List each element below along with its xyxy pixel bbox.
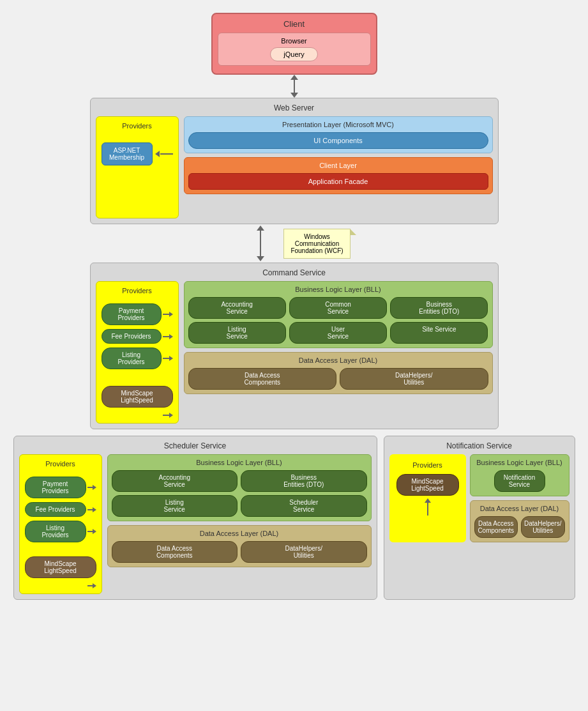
- aspnet-arrow-head: [155, 151, 160, 157]
- mindscape-lightspeed-btn-cmd: MindScapeLightSpeed: [102, 386, 173, 408]
- client-to-webserver-arrow: [290, 75, 298, 98]
- notification-providers-col: Providers MindScapeLightSpeed: [389, 454, 466, 542]
- data-access-components-btn-notif: Data AccessComponents: [474, 516, 518, 538]
- scheduler-service-title: Scheduler Service: [19, 441, 372, 450]
- data-helpers-btn-sched: DataHelpers/Utilities: [241, 541, 367, 563]
- notification-bll-dal-col: Business Logic Layer (BLL) NotificationS…: [470, 454, 569, 542]
- notification-bll-title: Business Logic Layer (BLL): [474, 459, 565, 466]
- command-service-title: Command Service: [96, 268, 493, 277]
- payment-arrow-head: [169, 312, 173, 317]
- mindscape-arrow-head-sched: [93, 583, 96, 588]
- aspnet-box: ASP.NET Membership: [102, 142, 153, 165]
- scheduler-providers-col: Providers PaymentProviders Fee Providers: [19, 454, 102, 594]
- notification-service-title: Notification Service: [389, 441, 569, 450]
- mindscape-arrow-line-cmd: [163, 415, 169, 416]
- client-box: Client Browser jQuery: [211, 13, 377, 75]
- web-providers-box: Providers ASP.NET Membership: [96, 116, 179, 218]
- scheduler-providers-title: Providers: [25, 460, 96, 468]
- presentation-layer: Presentation Layer (Microsoft MVC) UI Co…: [184, 116, 493, 153]
- notification-providers-title: Providers: [396, 461, 459, 469]
- jquery-label: jQuery: [283, 50, 304, 58]
- command-bll-dal-col: Business Logic Layer (BLL) AccountingSer…: [184, 281, 493, 424]
- listing-providers-btn-sched: ListingProviders: [25, 521, 86, 542]
- client-layer-title: Client Layer: [188, 162, 488, 169]
- fee-arrow-head-sched: [93, 507, 96, 512]
- user-service-btn-cmd: UserService: [289, 322, 387, 344]
- web-server-box: Web Server Providers ASP.NET Membership …: [90, 98, 499, 224]
- command-providers-title: Providers: [102, 287, 173, 294]
- notification-bll-grid: NotificationService: [474, 470, 565, 492]
- payment-arrow-head-sched: [93, 485, 96, 490]
- payment-arrow-line-sched: [87, 487, 93, 488]
- fee-arrow-line: [163, 336, 169, 337]
- aspnet-arrow-line: [160, 153, 173, 155]
- mindscape-arrow-line-sched: [87, 585, 93, 586]
- wcf-label: Windows Communication Foundation (WCF): [290, 233, 343, 254]
- scheduler-service-box: Scheduler Service Providers PaymentProvi…: [13, 436, 377, 600]
- ui-components-label: UI Components: [313, 137, 362, 144]
- app-facade-label: Application Facade: [308, 178, 368, 185]
- browser-label: Browser: [222, 37, 366, 45]
- scheduler-service-btn-sched: SchedulerService: [241, 495, 367, 517]
- payment-arrow-line: [163, 314, 169, 315]
- payment-providers-btn: PaymentProviders: [102, 303, 162, 325]
- notification-dal-box: Data Access Layer (DAL) Data AccessCompo…: [470, 500, 569, 542]
- jquery-box: jQuery: [270, 47, 317, 61]
- notification-service-btn-notif: NotificationService: [494, 470, 545, 492]
- listing-service-btn-cmd: ListingService: [188, 322, 286, 344]
- web-server-title: Web Server: [96, 103, 493, 112]
- scheduler-bll-title: Business Logic Layer (BLL): [112, 459, 367, 466]
- scheduler-dal-grid: Data AccessComponents DataHelpers/Utilit…: [112, 541, 367, 563]
- command-dal-title: Data Access Layer (DAL): [188, 356, 488, 364]
- data-access-components-btn-sched: Data AccessComponents: [112, 541, 238, 563]
- command-service-box: Command Service Providers PaymentProvide…: [90, 263, 499, 429]
- mindscape-arrow-head-cmd: [169, 413, 173, 418]
- notification-dal-title: Data Access Layer (DAL): [474, 505, 565, 512]
- browser-box: Browser jQuery: [218, 33, 371, 66]
- client-title: Client: [218, 19, 371, 29]
- scheduler-dal-title: Data Access Layer (DAL): [112, 530, 367, 537]
- mindscape-lightspeed-btn-notif: MindScapeLightSpeed: [396, 474, 459, 496]
- listing-arrow-head: [169, 356, 173, 361]
- scheduler-bll-dal-col: Business Logic Layer (BLL) AccountingSer…: [107, 454, 372, 594]
- listing-service-btn-sched: ListingService: [112, 495, 238, 517]
- listing-arrow-line: [163, 358, 169, 359]
- presentation-title: Presentation Layer (Microsoft MVC): [188, 121, 488, 128]
- webserver-to-command-arrow: [257, 226, 264, 261]
- accounting-service-btn-sched: AccountingService: [112, 470, 238, 492]
- scheduler-bll-grid: AccountingService BusinessEntities (DTO)…: [112, 470, 367, 517]
- command-bll-title: Business Logic Layer (BLL): [188, 286, 488, 293]
- business-entities-btn-cmd: BusinessEntities (DTO): [390, 297, 488, 319]
- accounting-service-btn-cmd: AccountingService: [188, 297, 286, 319]
- site-service-btn-cmd: Site Service: [390, 322, 488, 344]
- fee-providers-btn: Fee Providers: [102, 329, 162, 344]
- common-service-btn-cmd: CommonService: [289, 297, 387, 319]
- wcf-note: Windows Communication Foundation (WCF): [283, 229, 350, 259]
- notification-service-box: Notification Service Providers MindScape…: [384, 436, 575, 600]
- app-facade-box: Application Facade: [188, 173, 488, 190]
- notification-bll-box: Business Logic Layer (BLL) NotificationS…: [470, 454, 569, 496]
- command-bll-box: Business Logic Layer (BLL) AccountingSer…: [184, 281, 493, 348]
- command-providers-col: Providers PaymentProviders Fee Providers: [96, 281, 179, 424]
- web-right-layers: Presentation Layer (Microsoft MVC) UI Co…: [184, 116, 493, 218]
- notif-arrow-up: [396, 498, 459, 516]
- bottom-row: Scheduler Service Providers PaymentProvi…: [13, 436, 575, 600]
- listing-arrow-line-sched: [87, 531, 93, 532]
- command-bll-grid: AccountingService CommonService Business…: [188, 297, 488, 344]
- data-helpers-btn-cmd: DataHelpers/Utilities: [340, 368, 488, 390]
- scheduler-dal-box: Data Access Layer (DAL) Data AccessCompo…: [107, 525, 372, 567]
- mindscape-lightspeed-btn-sched: MindScapeLightSpeed: [25, 556, 96, 578]
- web-providers-title: Providers: [102, 122, 173, 130]
- payment-providers-btn-sched: PaymentProviders: [25, 477, 86, 498]
- notification-dal-grid: Data AccessComponents DataHelpers/Utilit…: [474, 516, 565, 538]
- business-entities-btn-sched: BusinessEntities (DTO): [241, 470, 367, 492]
- fee-arrow-head: [169, 334, 173, 339]
- data-access-components-btn-cmd: Data AccessComponents: [188, 368, 337, 390]
- command-dal-grid: Data AccessComponents DataHelpers/Utilit…: [188, 368, 488, 390]
- aspnet-label: ASP.NET Membership: [109, 147, 144, 161]
- ui-components-box: UI Components: [188, 132, 488, 149]
- listing-arrow-head-sched: [93, 529, 96, 534]
- scheduler-bll-box: Business Logic Layer (BLL) AccountingSer…: [107, 454, 372, 521]
- data-helpers-btn-notif: DataHelpers/Utilities: [521, 516, 565, 538]
- command-dal-box: Data Access Layer (DAL) Data AccessCompo…: [184, 352, 493, 394]
